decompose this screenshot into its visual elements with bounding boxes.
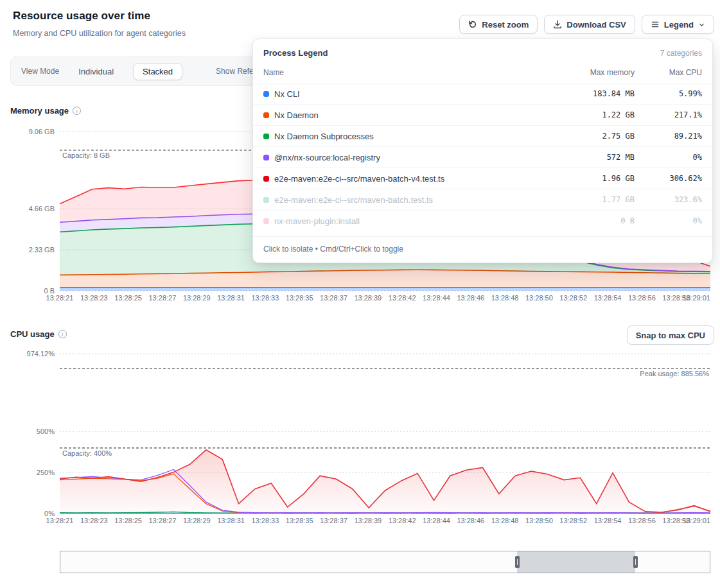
page-subtitle: Memory and CPU utilization for agent cat… — [13, 29, 186, 38]
svg-text:13:28:50: 13:28:50 — [525, 294, 553, 302]
view-mode-stacked-button[interactable]: Stacked — [133, 63, 182, 80]
legend-row[interactable]: Nx CLI 183.84 MB 5.99% — [253, 83, 712, 104]
series-max-cpu: 217.1% — [635, 110, 702, 119]
svg-text:13:29:01: 13:29:01 — [683, 517, 710, 524]
series-max-cpu: 306.62% — [635, 174, 702, 183]
timeline-brush-track[interactable] — [60, 551, 710, 573]
legend-popup-header: Process Legend 7 categories — [253, 39, 712, 64]
svg-text:13:28:54: 13:28:54 — [594, 294, 622, 302]
legend-category-count: 7 categories — [660, 49, 702, 58]
cpu-chart[interactable]: 974.12%500%250%0%Peak usage: 885.56%Capa… — [0, 350, 720, 533]
svg-text:250%: 250% — [37, 469, 55, 476]
legend-row[interactable]: @nx/nx-source:local-registry 572 MB 0% — [253, 146, 712, 168]
series-name: e2e-maven:e2e-ci--src/maven-batch.test.t… — [274, 195, 433, 205]
series-color-dot — [263, 197, 269, 203]
svg-text:974.12%: 974.12% — [27, 350, 55, 358]
brush-selection[interactable] — [517, 551, 635, 573]
series-name: Nx CLI — [274, 89, 300, 99]
svg-text:13:28:37: 13:28:37 — [320, 517, 347, 524]
svg-text:13:28:48: 13:28:48 — [491, 294, 519, 302]
svg-text:Peak usage: 885.56%: Peak usage: 885.56% — [640, 370, 709, 377]
svg-text:13:28:33: 13:28:33 — [251, 294, 279, 302]
legend-row[interactable]: e2e-maven:e2e-ci--src/maven-batch-v4.tes… — [253, 168, 712, 189]
svg-text:13:28:42: 13:28:42 — [389, 517, 416, 524]
series-color-dot — [263, 112, 269, 118]
series-max-memory: 1.22 GB — [538, 110, 635, 119]
svg-text:13:28:21: 13:28:21 — [46, 294, 74, 302]
series-max-memory: 1.77 GB — [538, 195, 635, 204]
series-max-memory: 1.96 GB — [538, 174, 635, 183]
view-mode-individual-button[interactable]: Individual — [73, 63, 119, 80]
svg-text:13:28:46: 13:28:46 — [457, 294, 484, 302]
series-max-cpu: 89.21% — [635, 132, 702, 141]
svg-text:2.33 GB: 2.33 GB — [29, 246, 55, 254]
svg-text:13:28:46: 13:28:46 — [457, 517, 484, 524]
svg-text:13:28:37: 13:28:37 — [320, 294, 347, 302]
series-max-cpu: 0% — [635, 153, 702, 162]
svg-text:13:28:56: 13:28:56 — [628, 294, 656, 302]
svg-text:500%: 500% — [37, 428, 55, 435]
svg-text:13:28:52: 13:28:52 — [559, 294, 587, 302]
series-color-dot — [263, 91, 269, 97]
series-color-dot — [263, 134, 269, 139]
legend-row[interactable]: Nx Daemon 1.22 GB 217.1% — [253, 104, 712, 125]
legend-row[interactable]: e2e-maven:e2e-ci--src/maven-batch.test.t… — [253, 189, 712, 210]
svg-text:13:28:27: 13:28:27 — [148, 294, 176, 302]
svg-text:13:28:27: 13:28:27 — [148, 517, 176, 524]
brush-handle-left[interactable] — [515, 556, 520, 568]
download-icon — [553, 20, 562, 29]
legend-col-max-cpu: Max CPU — [635, 68, 702, 77]
series-name: Nx Daemon — [274, 110, 319, 120]
series-name: nx-maven-plugin:install — [274, 216, 360, 226]
svg-text:13:28:25: 13:28:25 — [114, 517, 142, 524]
legend-row[interactable]: Nx Daemon Subprocesses 2.75 GB 89.21% — [253, 125, 712, 146]
memory-info-icon[interactable]: i — [73, 107, 81, 115]
memory-title-text: Memory usage — [10, 106, 69, 116]
series-max-cpu: 323.6% — [635, 195, 702, 204]
series-max-cpu: 5.99% — [635, 89, 702, 98]
series-max-cpu: 0% — [635, 216, 702, 225]
view-mode-label: View Mode — [21, 67, 59, 76]
legend-button[interactable]: Legend — [642, 15, 714, 34]
reset-zoom-button[interactable]: Reset zoom — [459, 15, 538, 34]
brush-handle-right[interactable] — [633, 556, 638, 568]
svg-text:13:28:35: 13:28:35 — [286, 517, 313, 524]
series-max-memory: 183.84 MB — [538, 89, 635, 98]
series-max-memory: 2.75 GB — [538, 132, 635, 141]
legend-col-name: Name — [263, 68, 538, 77]
legend-popup-title: Process Legend — [263, 48, 328, 58]
legend-row[interactable]: nx-maven-plugin:install 0 B 0% — [253, 210, 712, 231]
svg-text:13:28:25: 13:28:25 — [114, 294, 142, 302]
svg-text:13:28:44: 13:28:44 — [423, 517, 450, 524]
memory-section-title: Memory usage i — [10, 106, 81, 116]
reset-zoom-label: Reset zoom — [482, 20, 529, 30]
cpu-title-text: CPU usage — [10, 329, 55, 339]
svg-text:13:28:54: 13:28:54 — [594, 517, 622, 524]
series-name: Nx Daemon Subprocesses — [274, 132, 374, 141]
svg-text:13:28:48: 13:28:48 — [491, 517, 519, 524]
legend-col-max-memory: Max memory — [538, 68, 635, 77]
svg-text:13:28:23: 13:28:23 — [80, 517, 108, 524]
download-csv-button[interactable]: Download CSV — [544, 15, 635, 34]
svg-text:13:28:31: 13:28:31 — [217, 294, 245, 302]
legend-rows: Nx CLI 183.84 MB 5.99% Nx Daemon 1.22 GB… — [253, 83, 712, 231]
svg-text:13:28:35: 13:28:35 — [286, 294, 313, 302]
svg-text:13:28:31: 13:28:31 — [217, 517, 245, 524]
svg-text:Capacity: 8 GB: Capacity: 8 GB — [62, 151, 110, 159]
series-max-memory: 572 MB — [538, 153, 635, 162]
svg-text:13:28:50: 13:28:50 — [525, 517, 553, 524]
snap-to-max-cpu-button[interactable]: Snap to max CPU — [627, 325, 714, 345]
series-color-dot — [263, 155, 269, 160]
legend-button-label: Legend — [664, 20, 694, 30]
svg-text:4.66 GB: 4.66 GB — [29, 205, 55, 212]
cpu-info-icon[interactable]: i — [58, 330, 67, 338]
series-color-dot — [263, 176, 269, 182]
legend-footer-hint: Click to isolate • Cmd/Ctrl+Click to tog… — [253, 236, 712, 263]
chevron-down-icon — [698, 21, 705, 28]
svg-text:13:28:56: 13:28:56 — [628, 517, 656, 524]
svg-text:9.06 GB: 9.06 GB — [29, 128, 55, 135]
cpu-section-title: CPU usage i — [10, 329, 67, 339]
svg-text:13:28:21: 13:28:21 — [46, 517, 74, 524]
page-title: Resource usage over time — [13, 10, 150, 22]
process-legend-popup: Process Legend 7 categories Name Max mem… — [252, 39, 713, 263]
